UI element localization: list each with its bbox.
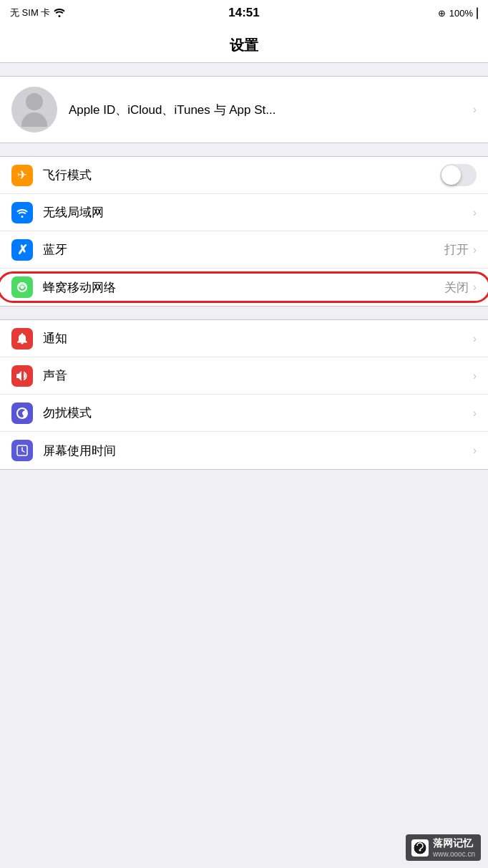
bluetooth-value: 打开: [444, 241, 469, 258]
screentime-icon: [11, 440, 33, 461]
svg-point-4: [419, 849, 421, 851]
screentime-row[interactable]: 屏幕使用时间 ›: [0, 432, 488, 469]
battery-percent: 100%: [449, 8, 473, 19]
sim-text: 无 SIM 卡: [10, 6, 50, 19]
watermark-sub: www.oooc.cn: [433, 850, 475, 858]
sounds-row[interactable]: 声音 ›: [0, 357, 488, 395]
airplane-toggle[interactable]: [440, 164, 477, 186]
avatar: [11, 87, 57, 132]
svg-point-1: [21, 286, 24, 289]
screentime-label: 屏幕使用时间: [43, 443, 473, 459]
profile-row[interactable]: Apple ID、iCloud、iTunes 与 App St... ›: [0, 77, 488, 143]
dnd-label: 勿扰模式: [43, 405, 473, 421]
bluetooth-label: 蓝牙: [43, 241, 444, 258]
notifications-chevron: ›: [473, 332, 477, 345]
cellular-chevron: ›: [473, 281, 477, 294]
cellular-icon: [11, 276, 33, 298]
dnd-row[interactable]: 勿扰模式 ›: [0, 395, 488, 432]
wifi-icon: [11, 202, 33, 223]
airplane-icon: ✈: [11, 165, 33, 186]
notifications-icon: [11, 328, 33, 349]
sounds-icon: [11, 365, 33, 387]
bluetooth-icon: ✗: [11, 239, 33, 261]
profile-label: Apple ID、iCloud、iTunes 与 App St...: [69, 102, 473, 118]
cellular-row[interactable]: 蜂窝移动网络 关闭 ›: [0, 269, 488, 306]
notifications-section: 通知 › 声音 › 勿扰模式 › 屏幕使: [0, 319, 488, 470]
dnd-icon: [11, 402, 33, 424]
watermark-logo: [411, 839, 429, 857]
status-right: ⊕ 100%: [438, 8, 478, 19]
battery-icon: [477, 8, 478, 19]
sounds-label: 声音: [43, 367, 473, 384]
sounds-chevron: ›: [473, 370, 477, 382]
profile-section: Apple ID、iCloud、iTunes 与 App St... ›: [0, 76, 488, 143]
notifications-row[interactable]: 通知 ›: [0, 320, 488, 357]
wifi-status-icon: [54, 7, 65, 19]
profile-chevron: ›: [473, 103, 477, 116]
bluetooth-chevron: ›: [473, 243, 477, 256]
bluetooth-row[interactable]: ✗ 蓝牙 打开 ›: [0, 231, 488, 269]
screentime-chevron: ›: [473, 444, 477, 457]
status-time: 14:51: [228, 6, 259, 20]
watermark-main: 落网记忆: [433, 837, 475, 850]
wifi-row[interactable]: 无线局域网 ›: [0, 194, 488, 231]
status-left: 无 SIM 卡: [10, 6, 65, 19]
wifi-label: 无线局域网: [43, 204, 473, 221]
connectivity-section: ✈ 飞行模式 无线局域网 › ✗ 蓝牙 打开 ›: [0, 156, 488, 307]
page-title: 设置: [230, 36, 258, 55]
notifications-label: 通知: [43, 330, 473, 347]
watermark: 落网记忆 www.oooc.cn: [406, 834, 481, 861]
nav-bar: 设置: [0, 26, 488, 63]
watermark-text: 落网记忆 www.oooc.cn: [433, 837, 475, 858]
cellular-value: 关闭: [444, 279, 469, 296]
airplane-row[interactable]: ✈ 飞行模式: [0, 157, 488, 194]
cellular-label: 蜂窝移动网络: [43, 279, 444, 296]
profile-info: Apple ID、iCloud、iTunes 与 App St...: [69, 102, 473, 118]
status-bar: 无 SIM 卡 14:51 ⊕ 100%: [0, 0, 488, 26]
wifi-chevron: ›: [473, 206, 477, 219]
airplane-label: 飞行模式: [43, 167, 440, 183]
lock-icon: ⊕: [438, 8, 446, 19]
dnd-chevron: ›: [473, 407, 477, 420]
